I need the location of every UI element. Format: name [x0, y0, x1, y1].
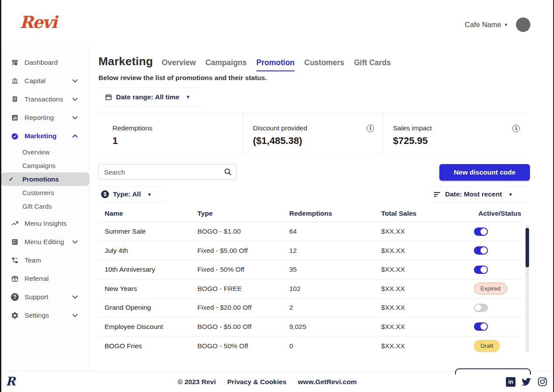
- cell-status: Expired: [474, 283, 523, 294]
- page-title: Marketing: [98, 55, 153, 68]
- cell-name: New Years: [105, 285, 197, 293]
- cell-total-sales: $XX.XX: [381, 266, 474, 273]
- toggle-knob: [480, 266, 487, 273]
- date-sort-dropdown[interactable]: Date: Most recent ▾: [431, 186, 529, 203]
- col-header-name: Name: [105, 210, 197, 217]
- sidebar-item-label: Dashboard: [25, 59, 58, 66]
- cell-name: Employee Discount: [105, 323, 197, 331]
- instagram-icon[interactable]: [537, 377, 547, 387]
- status-toggle[interactable]: [474, 246, 488, 255]
- new-discount-code-button[interactable]: New discount code: [439, 164, 530, 181]
- status-badge: Expired: [474, 283, 507, 294]
- table-scrollbar-track[interactable]: [526, 224, 529, 352]
- tab-promotion[interactable]: Promotion: [256, 58, 295, 71]
- cell-type: Fixed - $5.00 Off: [197, 247, 289, 255]
- sidebar-item-menu-editing[interactable]: Menu Editing: [1, 233, 89, 251]
- cell-type: Fixed - $20.00 Off: [197, 304, 289, 312]
- col-header-redemptions: Redemptions: [289, 210, 381, 217]
- cell-name: Grand Opening: [105, 304, 197, 312]
- cell-redemptions: 0: [289, 342, 381, 350]
- stat-discount-provided: Discount provided i ($1,485.38): [243, 113, 383, 154]
- tab-customers[interactable]: Customers: [304, 58, 344, 71]
- privacy-cookies-link[interactable]: Privacy & Cookies: [227, 378, 286, 386]
- sidebar-item-referral[interactable]: Referral: [1, 270, 89, 288]
- table-row: Employee DiscountBOGO - $5.00 Off9,025$X…: [98, 318, 523, 337]
- table-row: New YearsBOGO - FREE102$XX.XXExpired: [98, 280, 523, 299]
- cell-name: Summer Sale: [105, 228, 197, 235]
- sidebar-subitem-label: Gift Cards: [22, 203, 52, 210]
- account-area: Cafe Name ▾: [465, 18, 530, 32]
- sidebar-subitem-label: Campaigns: [22, 162, 56, 169]
- sidebar-item-transactions[interactable]: Transactions: [1, 90, 89, 108]
- sidebar-item-dashboard[interactable]: Dashboard: [1, 53, 89, 72]
- cell-type: BOGO - 50% Off: [197, 342, 289, 350]
- sidebar-subitem-gift-cards[interactable]: Gift Cards: [1, 200, 89, 213]
- date-sort-label: Date: Most recent: [445, 190, 502, 198]
- chevron-down-icon: [72, 79, 78, 83]
- footer-links: © 2023 Revi Privacy & Cookies www.GetRev…: [178, 378, 357, 386]
- stat-label: Redemptions: [112, 124, 152, 132]
- sidebar-item-reporting[interactable]: Reporting: [1, 108, 89, 127]
- sidebar-subitem-label: Overview: [22, 148, 50, 156]
- calendar-icon: [105, 94, 112, 101]
- account-name-label: Cafe Name: [465, 21, 501, 29]
- table-row: July 4thFixed - $5.00 Off12$XX.XX: [98, 242, 523, 261]
- sidebar-item-label: Marketing: [25, 132, 56, 140]
- gift-icon: [11, 275, 19, 283]
- sidebar-item-support[interactable]: ? Support: [1, 288, 89, 306]
- table-row: BOGO FriesBOGO - 50% Off0$XX.XXDraft: [98, 336, 523, 356]
- date-range-dropdown[interactable]: Date range: All time ▾: [98, 88, 201, 106]
- cell-redemptions: 102: [289, 285, 381, 293]
- sidebar-item-label: Transactions: [25, 95, 63, 103]
- topbar: Revi Cafe Name ▾: [1, 0, 554, 46]
- status-toggle[interactable]: [474, 266, 488, 274]
- sidebar-subitem-label: Promotions: [22, 175, 59, 183]
- sidebar-subitem-overview[interactable]: Overview: [1, 145, 89, 159]
- sidebar-item-marketing[interactable]: Marketing: [1, 127, 89, 145]
- revi-mark-logo: R: [6, 374, 14, 388]
- tab-overview[interactable]: Overview: [162, 58, 196, 71]
- search-input[interactable]: [98, 164, 237, 180]
- type-filter-dropdown[interactable]: $ Type: All ▾: [98, 186, 167, 203]
- main-content: Marketing Overview Campaigns Promotion C…: [98, 46, 530, 371]
- status-toggle[interactable]: [474, 228, 488, 236]
- sidebar-item-team[interactable]: Team: [1, 251, 89, 270]
- copyright-text: © 2023 Revi: [178, 378, 216, 386]
- bar-chart-icon: [11, 114, 19, 122]
- col-header-active-status: Active/Status: [474, 210, 523, 217]
- chevron-down-icon: [72, 295, 78, 299]
- linkedin-icon[interactable]: in: [506, 377, 515, 387]
- gear-icon: [11, 312, 19, 319]
- stat-label: Discount provided: [253, 124, 307, 132]
- toggle-knob: [480, 247, 487, 254]
- cell-status: Draft: [474, 340, 523, 352]
- sidebar-item-settings[interactable]: Settings: [1, 306, 89, 325]
- sidebar-subitem-promotions[interactable]: ✓ Promotions: [1, 172, 89, 186]
- avatar[interactable]: [516, 18, 530, 32]
- tab-campaigns[interactable]: Campaigns: [205, 58, 246, 71]
- revi-logo: Revi: [20, 12, 56, 32]
- website-link[interactable]: www.GetRevi.com: [298, 378, 357, 386]
- partially-visible-button[interactable]: [455, 368, 531, 374]
- cell-type: BOGO - $5.00 Off: [197, 323, 289, 331]
- chevron-down-icon: [72, 116, 78, 119]
- sidebar-item-label: Capital: [25, 77, 46, 85]
- page-subtitle: Below review the list of promotions and …: [98, 74, 267, 82]
- twitter-icon[interactable]: [521, 377, 532, 387]
- account-menu[interactable]: Cafe Name ▾: [465, 21, 507, 29]
- status-toggle[interactable]: [474, 322, 488, 331]
- search-icon[interactable]: [224, 168, 232, 178]
- marketing-subnav: Overview Campaigns ✓ Promotions Customer…: [1, 145, 89, 213]
- tab-gift-cards[interactable]: Gift Cards: [354, 58, 391, 71]
- sidebar-item-capital[interactable]: Capital: [1, 72, 89, 90]
- table-scrollbar-thumb[interactable]: [526, 228, 529, 267]
- sidebar-subitem-campaigns[interactable]: Campaigns: [1, 159, 89, 172]
- cell-redemptions: 2: [289, 304, 381, 312]
- sidebar-subitem-customers[interactable]: Customers: [1, 186, 89, 200]
- chevron-up-icon: [72, 134, 78, 138]
- info-icon[interactable]: i: [512, 125, 520, 132]
- cell-status: [474, 322, 523, 331]
- sidebar-item-menu-insights[interactable]: Menu Insights: [1, 214, 89, 233]
- info-icon[interactable]: i: [367, 125, 374, 132]
- status-toggle[interactable]: [474, 304, 488, 312]
